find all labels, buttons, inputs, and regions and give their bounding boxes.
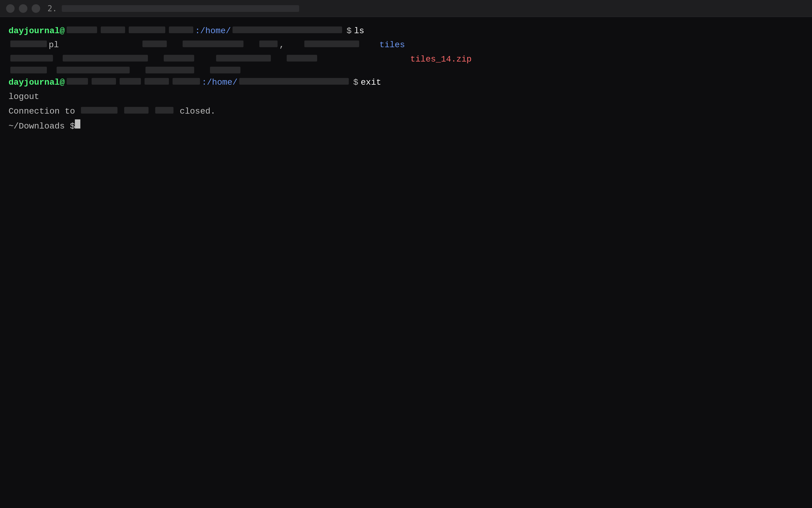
ls-tiles: tiles xyxy=(379,38,405,51)
final-prompt: ~/Downloads $ xyxy=(8,120,75,133)
ls-output-row-2: tiles_14.zip xyxy=(8,53,804,66)
ls-r3-4 xyxy=(210,67,240,73)
ls-r2-5 xyxy=(287,55,317,61)
title-bar: 2. xyxy=(0,0,812,17)
ls-r2-1 xyxy=(10,55,53,61)
path-redacted-2 xyxy=(239,78,349,85)
ls-r1-2 xyxy=(142,41,167,47)
ls-r2-2 xyxy=(63,55,148,61)
connection-host-r3 xyxy=(155,107,174,114)
ls-r1-text1: pl xyxy=(49,38,59,51)
ls-output-row-1: pl , tiles xyxy=(8,38,804,51)
hostname2-r2 xyxy=(92,78,116,85)
final-prompt-line: ~/Downloads $ xyxy=(8,119,804,133)
ls-r3-2 xyxy=(57,67,130,73)
connection-host-r2 xyxy=(124,107,148,114)
prompt-path-prefix-1: :/home/ xyxy=(195,25,231,37)
ls-r2-3 xyxy=(164,55,194,61)
ls-output-row-3 xyxy=(8,67,804,73)
logout-text: logout xyxy=(8,90,39,103)
hostname2-r3 xyxy=(120,78,141,85)
connection-line: Connection to closed. xyxy=(8,105,804,119)
ls-r3-3 xyxy=(145,67,194,73)
hostname-redacted-2 xyxy=(101,27,125,33)
terminal-cursor xyxy=(75,119,80,129)
prompt-cmd-2: exit xyxy=(361,76,381,89)
prompt-dollar-1: $ xyxy=(346,25,351,37)
ls-r1-text2: , xyxy=(279,38,285,51)
ls-r1-3 xyxy=(183,41,243,47)
tab-area: 2. xyxy=(47,4,806,13)
prompt-cmd-1: ls xyxy=(354,25,364,37)
prompt-line-2: dayjournal@ :/home/ $ exit xyxy=(8,76,804,89)
hostname-redacted-3 xyxy=(129,27,165,33)
connection-prefix: Connection to xyxy=(8,105,75,118)
terminal-window: 2. dayjournal@ :/home/ $ ls pl xyxy=(0,0,812,508)
hostname2-r5 xyxy=(173,78,200,85)
minimize-button[interactable] xyxy=(19,4,28,13)
hostname2-r4 xyxy=(145,78,169,85)
ls-r1-5 xyxy=(304,41,359,47)
close-button[interactable] xyxy=(6,4,15,13)
hostname-redacted-1 xyxy=(67,27,97,33)
hostname-redacted-4 xyxy=(169,27,193,33)
prompt-line-1: dayjournal@ :/home/ $ ls xyxy=(8,25,804,37)
ls-r1-1 xyxy=(10,41,47,47)
maximize-button[interactable] xyxy=(32,4,40,13)
terminal-content[interactable]: dayjournal@ :/home/ $ ls pl , tiles xyxy=(0,17,812,508)
connection-closed: closed. xyxy=(180,105,216,118)
tab-title-bar xyxy=(62,5,299,12)
prompt-dollar-2: $ xyxy=(353,76,358,89)
ls-r1-4 xyxy=(259,41,278,47)
prompt-path-prefix-2: :/home/ xyxy=(202,76,238,89)
tab-number: 2. xyxy=(47,4,57,13)
hostname2-r1 xyxy=(67,78,88,85)
connection-host-r1 xyxy=(81,107,117,114)
prompt-user-1: dayjournal@ xyxy=(8,25,65,37)
ls-r3-1 xyxy=(10,67,47,73)
ls-r2-4 xyxy=(216,55,271,61)
prompt-user-2: dayjournal@ xyxy=(8,76,65,89)
ls-tiles-zip: tiles_14.zip xyxy=(410,53,472,66)
logout-line: logout xyxy=(8,90,804,104)
window-buttons xyxy=(6,4,40,13)
path-redacted-1 xyxy=(233,27,342,33)
